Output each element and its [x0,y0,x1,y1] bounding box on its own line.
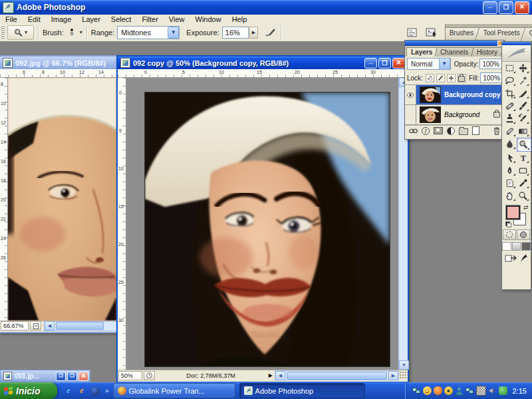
doc1-zoom-field[interactable]: 66,67% [1,321,29,331]
doc1-scroll-thumb[interactable] [56,322,104,330]
tray-shield-icon[interactable] [499,386,507,395]
doc2-preview-button[interactable] [144,371,155,380]
app-titlebar[interactable]: Adobe Photoshop [0,0,532,15]
tool-magic-wand[interactable] [517,74,530,87]
link-layers-icon[interactable] [409,128,418,134]
tool-healing-brush[interactable] [503,100,517,112]
tool-eraser[interactable] [503,125,517,138]
tray-smiley-icon[interactable]: ☺ [423,386,432,395]
lock-transparency-icon[interactable] [426,74,434,82]
go-to-imageready-icon[interactable] [425,27,438,39]
airbrush-toggle[interactable] [265,27,277,38]
tool-rectangular-marquee[interactable] [503,62,517,74]
tool-slice[interactable] [517,87,530,100]
menu-layer[interactable]: Layer [76,15,106,23]
menu-edit[interactable]: Edit [23,15,46,23]
exposure-slider-button[interactable]: ▶ [249,27,258,39]
tool-move[interactable] [517,62,530,74]
layer-visibility-toggle-off[interactable] [405,105,416,124]
exposure-field[interactable]: 16% [222,27,249,39]
tray-shell-icon[interactable] [434,386,442,395]
brush-preview[interactable]: 9 [64,24,80,41]
standard-mode-button[interactable] [503,229,516,240]
edit-in-imageready-icon[interactable] [505,253,518,263]
tab-layers[interactable]: Layers [406,47,437,57]
quick-mask-mode-button[interactable] [517,229,530,240]
doc2-horizontal-scrollbar[interactable]: ◀ ▶ [275,370,399,380]
standard-screen-mode-button[interactable] [502,242,511,251]
quicklaunch-media-icon[interactable] [90,386,100,396]
layer-visibility-toggle[interactable] [405,85,416,104]
doc2-scroll-right-arrow[interactable]: ▶ [388,371,398,380]
layer-thumbnail-background-copy[interactable] [420,86,441,103]
tool-history-brush[interactable] [517,112,530,125]
doc3-close-button[interactable] [78,372,88,381]
tray-pattern-icon[interactable] [476,386,486,396]
fullscreen-menubar-mode-button[interactable] [512,242,521,251]
doc1-horizontal-scrollbar[interactable]: ◀ [44,321,118,331]
swap-colors-icon[interactable]: ⇄ [523,204,529,211]
range-select[interactable]: Midtones ▼ [117,26,180,39]
default-colors-icon[interactable] [505,221,511,227]
blend-mode-dropdown[interactable]: ▼ [439,58,450,70]
layer-row-background-copy[interactable]: Background copy [405,85,504,104]
layer-style-icon[interactable]: ƒ [422,127,430,135]
tool-zoom[interactable] [517,190,530,202]
quicklaunch-overflow-chevron[interactable]: » [105,387,109,394]
menu-file[interactable]: File [0,15,23,23]
doc1-preview-button[interactable] [30,321,41,331]
doc3-maximize-button[interactable] [67,372,77,381]
tool-shape[interactable] [517,164,530,177]
layer-group-icon[interactable] [459,128,468,135]
tool-lasso[interactable] [503,74,517,87]
doc2-caricature-image[interactable] [144,92,390,367]
menu-help[interactable]: Help [227,15,253,23]
add-mask-icon[interactable] [434,127,443,134]
lock-position-icon[interactable] [447,74,456,82]
opacity-field[interactable]: 100% [479,59,502,69]
current-tool-button[interactable]: ▾ [7,25,34,40]
tab-history[interactable]: History [471,47,503,57]
tool-type[interactable]: T [517,152,530,164]
file-browser-icon[interactable] [405,27,418,39]
tool-crop[interactable] [503,87,517,100]
layer-row-background[interactable]: Background [405,104,504,124]
doc2-titlebar[interactable]: 092 copy @ 50% (Background copy, RGB/8#) [118,57,408,69]
doc1-titlebar[interactable]: 092.jpg @ 66.7% (RGB/8#) [0,57,118,69]
lock-all-icon[interactable] [458,74,466,82]
fullscreen-mode-button[interactable] [521,242,531,251]
tool-eyedropper[interactable] [517,177,530,190]
tool-blur[interactable] [503,138,517,150]
tool-gradient[interactable] [517,125,530,138]
doc2-close-button[interactable] [392,58,405,68]
new-layer-icon[interactable] [472,126,479,135]
doc2-zoom-field[interactable]: 50% [118,371,142,380]
tool-clone-stamp[interactable] [503,112,517,125]
tool-dodge[interactable] [517,138,531,152]
document-window-092jpg[interactable]: 092.jpg @ 66.7% (RGB/8#) 6 8 10 12 14 8 … [0,55,119,333]
lock-pixels-icon[interactable] [436,74,445,82]
tool-path-selection[interactable] [503,152,517,164]
range-dropdown-button[interactable]: ▼ [168,27,179,39]
tray-network2-icon[interactable] [466,386,474,395]
doc3-restore-button[interactable] [56,372,66,381]
foreground-color-swatch[interactable] [506,205,520,219]
doc2-resize-grip[interactable] [399,371,408,380]
tray-badge-icon[interactable]: ● [444,386,453,395]
tray-volume-icon[interactable] [488,386,497,395]
quicklaunch-ie-icon[interactable]: e [64,386,73,396]
doc2-scroll-left-arrow[interactable]: ◀ [275,371,285,380]
close-button[interactable] [515,1,529,14]
doc2-canvas-area[interactable] [126,78,398,370]
document-window-092copy[interactable]: 092 copy @ 50% (Background copy, RGB/8#)… [116,55,409,383]
tool-brush[interactable] [517,100,530,112]
layers-palette-titlebar[interactable] [405,41,504,46]
doc2-status-menu-arrow[interactable]: ▶ [267,372,275,378]
menu-select[interactable]: Select [106,15,137,23]
tool-hand[interactable] [503,190,517,202]
minimized-document-001[interactable]: 001.jp... [0,370,90,382]
taskbar-button-photoshop[interactable]: Adobe Photoshop [239,383,365,398]
tab-channels[interactable]: Channels [435,47,475,57]
menu-filter[interactable]: Filter [136,15,163,23]
menu-image[interactable]: Image [46,15,77,23]
